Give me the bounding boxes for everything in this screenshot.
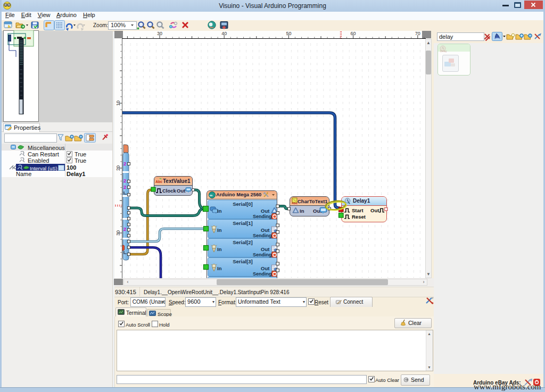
svg-text:70: 70	[415, 31, 420, 36]
svg-text:100%: 100%	[111, 22, 126, 28]
svg-text:10: 10	[115, 101, 121, 106]
svg-text:30: 30	[157, 31, 162, 36]
svg-text:50: 50	[286, 31, 291, 36]
svg-text:Zoom:: Zoom:	[93, 22, 108, 28]
svg-text:40: 40	[221, 31, 227, 36]
svg-text:30: 30	[115, 230, 121, 236]
svg-text:Delay: Delay	[440, 49, 447, 53]
svg-text:60: 60	[351, 31, 356, 36]
svg-text:20: 20	[115, 165, 121, 171]
